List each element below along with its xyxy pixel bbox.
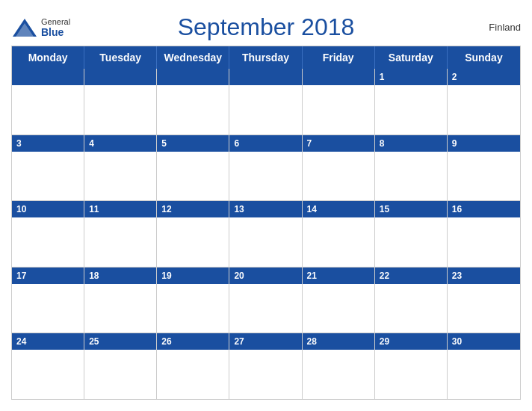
day-cell: 30 [448, 333, 520, 399]
week-row: 3456789 [12, 135, 520, 201]
day-cell: 22 [375, 268, 448, 333]
day-cell [157, 69, 229, 135]
week-row: 10111213141516 [12, 200, 520, 267]
week-row: 17181920212223 [12, 267, 520, 333]
header-wednesday: Wednesday [157, 46, 229, 69]
day-cell: 13 [229, 201, 302, 267]
day-cell [303, 69, 375, 135]
day-cell [84, 69, 157, 135]
header-sunday: Sunday [448, 46, 520, 69]
day-cell: 16 [448, 201, 520, 267]
logo-general: General [41, 17, 70, 26]
day-cell: 11 [84, 201, 157, 267]
day-cell: 9 [448, 135, 520, 201]
header-saturday: Saturday [375, 46, 448, 69]
calendar-grid: Monday Tuesday Wednesday Thursday Friday… [11, 46, 521, 400]
day-cell: 2 [448, 69, 520, 135]
week-row: 24252627282930 [12, 333, 520, 399]
day-cell: 1 [375, 69, 448, 135]
calendar-body: 1234567891011121314151617181920212223242… [12, 69, 520, 399]
day-cell: 10 [12, 201, 84, 267]
country-label: Finland [489, 21, 521, 32]
day-cell: 25 [84, 333, 157, 399]
day-headers-row: Monday Tuesday Wednesday Thursday Friday… [12, 46, 520, 69]
day-cell: 17 [12, 268, 84, 333]
day-cell: 27 [229, 333, 302, 399]
day-cell: 28 [303, 333, 375, 399]
day-cell [229, 69, 302, 135]
day-cell: 23 [448, 268, 520, 333]
day-cell: 21 [303, 268, 375, 333]
day-cell: 6 [229, 135, 302, 201]
week-row: 12 [12, 69, 520, 135]
header-friday: Friday [303, 46, 375, 69]
day-cell: 3 [12, 135, 84, 201]
day-cell: 26 [157, 333, 229, 399]
day-cell: 15 [375, 201, 448, 267]
day-cell: 4 [84, 135, 157, 201]
logo-icon [11, 17, 38, 38]
day-cell: 14 [303, 201, 375, 267]
calendar-title: September 2018 [178, 13, 355, 41]
day-cell: 7 [303, 135, 375, 201]
header-thursday: Thursday [229, 46, 302, 69]
header-tuesday: Tuesday [84, 46, 157, 69]
day-cell [12, 69, 84, 135]
day-cell: 19 [157, 268, 229, 333]
day-cell: 12 [157, 201, 229, 267]
header-monday: Monday [12, 46, 84, 69]
day-cell: 18 [84, 268, 157, 333]
day-cell: 8 [375, 135, 448, 201]
day-cell: 29 [375, 333, 448, 399]
logo: General Blue [11, 17, 70, 38]
logo-blue: Blue [41, 26, 64, 38]
calendar-header: General Blue September 2018 Finland [11, 7, 521, 46]
day-cell: 24 [12, 333, 84, 399]
day-cell: 5 [157, 135, 229, 201]
day-cell: 20 [229, 268, 302, 333]
